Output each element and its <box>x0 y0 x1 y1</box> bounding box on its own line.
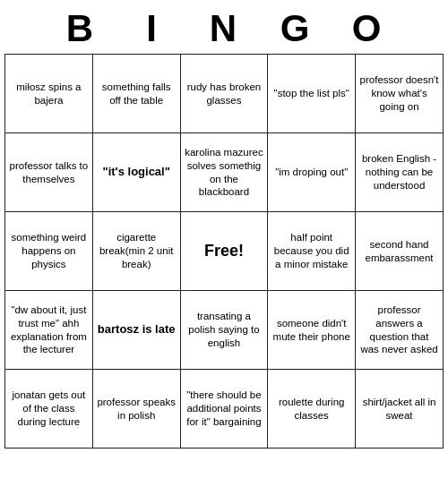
cell-3-0: "dw about it, just trust me" ahh explana… <box>5 291 93 370</box>
cell-2-4: second hand embarassment <box>356 212 444 291</box>
cell-3-2: transating a polish saying to english <box>180 291 268 370</box>
title-letter: O <box>332 7 403 50</box>
title-letter: B <box>45 7 116 50</box>
cell-2-3: half point because you did a minor mista… <box>268 212 356 291</box>
cell-2-1: cigarette break(min 2 unit break) <box>92 212 180 291</box>
title-letter: I <box>116 7 188 50</box>
bingo-grid: miłosz spins a bajerasomething falls off… <box>4 54 444 449</box>
cell-3-1: bartosz is late <box>92 291 180 370</box>
cell-4-2: "there should be additional points for i… <box>180 370 268 449</box>
cell-2-0: something weird happens on physics <box>5 212 93 291</box>
cell-4-0: jonatan gets out of the class during lec… <box>5 370 93 449</box>
cell-4-3: roulette during classes <box>268 370 356 449</box>
cell-3-3: someone didn't mute their phone <box>268 291 356 370</box>
cell-1-1: "it's logical" <box>92 133 180 212</box>
cell-1-0: professor talks to themselves <box>5 133 93 212</box>
cell-0-4: professor doesn't know what's going on <box>356 55 444 133</box>
cell-2-2: Free! <box>180 212 268 291</box>
cell-1-2: karolina mazurec solves somethig on the … <box>180 133 268 212</box>
cell-3-4: professor answers a question that was ne… <box>356 291 444 370</box>
cell-0-3: "stop the list pls" <box>268 55 356 133</box>
cell-4-4: shirt/jacket all in sweat <box>356 370 444 449</box>
cell-0-0: miłosz spins a bajera <box>5 55 93 133</box>
title-letter: N <box>188 7 260 50</box>
cell-1-3: "im droping out" <box>268 133 356 212</box>
cell-0-1: something falls off the table <box>92 55 180 133</box>
cell-1-4: broken English - nothing can be understo… <box>356 133 444 212</box>
cell-0-2: rudy has broken glasses <box>180 55 268 133</box>
bingo-title: BINGO <box>0 0 448 54</box>
cell-4-1: professor speaks in polish <box>92 370 180 449</box>
title-letter: G <box>260 7 332 50</box>
